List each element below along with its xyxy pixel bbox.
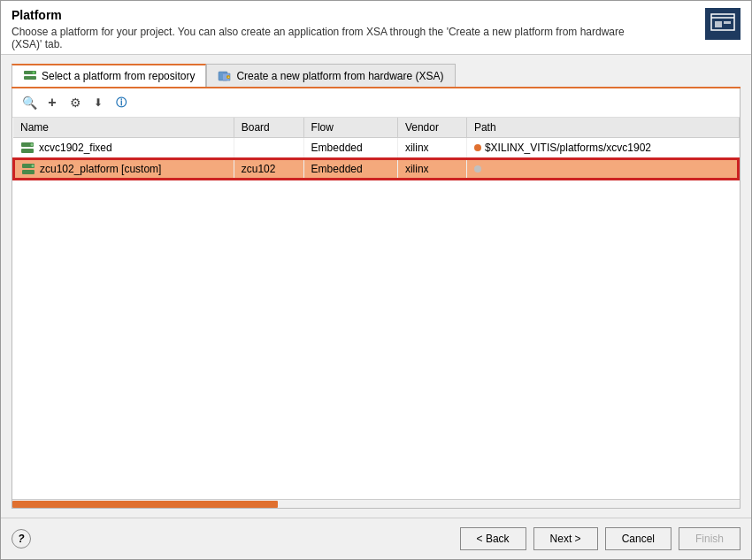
help-button[interactable]: ? <box>12 529 31 548</box>
row-name: xcvc1902_fixed <box>39 142 112 154</box>
platform-icon <box>21 163 35 175</box>
svg-point-6 <box>33 72 35 74</box>
download-button[interactable]: ⬇ <box>88 93 108 112</box>
dialog-content: Select a platform from repository + Crea… <box>1 55 751 518</box>
scrollbar-thumb[interactable] <box>12 501 278 508</box>
col-header-path: Path <box>466 118 739 138</box>
table-row[interactable]: xcvc1902_fixed Embedded xilinx $XILINX_V… <box>13 138 739 159</box>
svg-rect-5 <box>24 76 36 80</box>
row-vendor: xilinx <box>397 138 466 159</box>
help-icon: ? <box>18 533 24 545</box>
platform-table-wrapper[interactable]: Name Board Flow Vendor Path <box>12 118 740 499</box>
svg-rect-14 <box>22 170 35 174</box>
svg-rect-3 <box>724 21 731 24</box>
path-indicator-dot <box>474 165 481 173</box>
tab-select-repository[interactable]: Select a platform from repository <box>12 64 206 87</box>
table-row[interactable]: zcu102_platform [custom] zcu102 Embedded… <box>13 158 739 180</box>
tab-repo-label: Select a platform from repository <box>42 70 195 82</box>
dialog-title: Platform <box>12 8 631 22</box>
svg-rect-11 <box>21 149 34 153</box>
table-header-row: Name Board Flow Vendor Path <box>13 118 739 138</box>
tab-create-xsa[interactable]: + Create a new platform from hardware (X… <box>206 64 455 87</box>
row-path-text: $XILINX_VITIS/platforms/xcvc1902 <box>485 142 651 154</box>
platform-dialog: Platform Choose a platform for your proj… <box>0 0 752 560</box>
tab-bar: Select a platform from repository + Crea… <box>12 64 740 88</box>
row-flow: Embedded <box>303 138 397 159</box>
finish-button[interactable]: Finish <box>679 527 740 550</box>
svg-point-12 <box>31 143 34 146</box>
footer-left: ? <box>12 529 31 548</box>
info-icon: ⓘ <box>116 96 127 111</box>
col-header-board: Board <box>234 118 303 138</box>
row-name-cell: xcvc1902_fixed <box>13 138 234 159</box>
add-icon: + <box>48 95 56 111</box>
window-icon <box>705 8 740 40</box>
info-button[interactable]: ⓘ <box>111 93 131 112</box>
tab-xsa-label: Create a new platform from hardware (XSA… <box>236 70 443 82</box>
svg-rect-0 <box>711 14 734 30</box>
row-path: $XILINX_VITIS/platforms/xcvc1902 <box>466 138 739 159</box>
back-button[interactable]: < Back <box>460 527 526 550</box>
panel-toolbar: 🔍 + ⚙ ⬇ ⓘ <box>12 88 740 118</box>
row-board <box>234 138 303 159</box>
dialog-footer: ? < Back Next > Cancel Finish <box>1 518 751 559</box>
platform-panel: 🔍 + ⚙ ⬇ ⓘ <box>12 88 740 509</box>
search-button[interactable]: 🔍 <box>19 93 39 112</box>
next-button[interactable]: Next > <box>533 527 598 550</box>
title-bar: Platform Choose a platform for your proj… <box>1 1 751 55</box>
svg-point-15 <box>32 165 35 167</box>
row-name-cell: zcu102_platform [custom] <box>13 158 234 180</box>
platform-table: Name Board Flow Vendor Path <box>12 118 740 180</box>
row-name: zcu102_platform [custom] <box>40 163 161 175</box>
footer-right: < Back Next > Cancel Finish <box>460 527 740 550</box>
row-board: zcu102 <box>234 158 303 180</box>
platform-icon <box>20 142 35 154</box>
row-flow: Embedded <box>303 158 397 180</box>
download-icon: ⬇ <box>94 96 103 109</box>
col-header-name: Name <box>13 118 234 138</box>
svg-rect-2 <box>715 21 722 27</box>
row-vendor: xilinx <box>397 158 466 180</box>
settings-button[interactable]: ⚙ <box>65 93 85 112</box>
horizontal-scrollbar[interactable] <box>12 499 740 508</box>
col-header-flow: Flow <box>303 118 397 138</box>
title-bar-content: Platform Choose a platform for your proj… <box>12 8 631 50</box>
path-indicator-dot <box>474 144 481 151</box>
add-button[interactable]: + <box>42 93 62 112</box>
row-path <box>466 158 739 180</box>
col-header-vendor: Vendor <box>397 118 466 138</box>
search-icon: 🔍 <box>22 96 37 110</box>
settings-icon: ⚙ <box>70 96 81 110</box>
dialog-description: Choose a platform for your project. You … <box>12 26 631 50</box>
cancel-button[interactable]: Cancel <box>605 527 671 550</box>
